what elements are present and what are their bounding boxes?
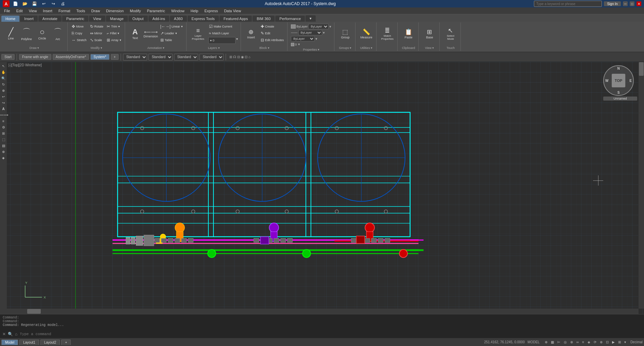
layer-selector-arrow[interactable]: ▾ [236,37,238,44]
search-input[interactable] [534,1,602,7]
lt-group[interactable]: ⬚ [1,137,6,142]
menu-view[interactable]: View [26,8,40,14]
style-select3[interactable]: Standard [174,54,198,60]
lt-snap[interactable]: ⊕ [1,149,6,154]
tool-dimension[interactable]: ⟵⟶ Dimension [143,23,158,44]
prop-expand[interactable]: ▾ [298,42,300,47]
select-cycle[interactable]: ⟳ [593,340,597,344]
menu-insert[interactable]: Insert [40,8,55,14]
tab-annotate[interactable]: Annotate [38,16,62,22]
tab-layout1[interactable]: Layout1 [19,340,39,345]
print-button[interactable]: 🖨 [59,0,67,7]
3dosnap-toggle[interactable]: ⊕ [599,340,604,344]
tool-circle[interactable]: ○ Circle [35,23,50,44]
menu-edit[interactable]: Edit [14,8,25,14]
lt-dim[interactable]: ⟵⟶ [1,112,6,118]
tool-edit-attributes[interactable]: ⊟ Edit Attributes [259,37,285,43]
redo-button[interactable]: ↪ [50,0,57,7]
tool-leader[interactable]: ↗ Leader ▾ [159,30,184,36]
menu-file[interactable]: File [1,8,13,14]
new-button[interactable]: 📄 [12,0,19,7]
lt-zoom-ext[interactable]: ⊕ [1,88,6,93]
menu-draw[interactable]: Draw [88,8,103,14]
tool-array[interactable]: ⊞ Array ▾ [105,37,123,43]
tool-match-properties[interactable]: ≣ Match Properties [380,23,395,44]
tab-model[interactable]: Model [1,340,18,345]
tab-insert[interactable]: Insert [20,16,38,22]
undo-button[interactable]: ↩ [40,0,48,7]
menu-dataview[interactable]: Data View [221,8,244,14]
lt-block[interactable]: ⊞ [1,131,6,136]
lt-hatch[interactable]: ▤ [1,143,6,148]
color-select[interactable]: ByLayer [308,24,329,29]
ortho-toggle[interactable]: ⊢ [556,340,561,344]
scrollbar-thumb-v[interactable] [639,62,644,76]
style-select1[interactable]: Standard [123,54,147,60]
lt-redo[interactable]: ↪ [1,100,6,105]
trans-toggle[interactable]: ◈ [587,340,591,344]
layer-selector[interactable]: ● 0 [208,37,236,44]
menu-dimension[interactable]: Dimension [103,8,126,14]
right-scrollbar[interactable] [639,62,644,309]
lt-orbit[interactable]: ↻ [1,82,6,87]
tool-base[interactable]: ⊞ Base [422,23,437,44]
tool-paste[interactable]: 📋 Paste [401,23,416,44]
tab-bim360[interactable]: BIM 360 [253,16,275,22]
lt-layer[interactable]: ≡ [1,118,6,124]
lineweight-expand[interactable]: ▾ [315,37,317,41]
lt-text[interactable]: A [1,106,6,111]
signin-button[interactable]: Sign In [604,1,621,6]
tab-add-layout[interactable]: + [61,340,71,345]
close-button[interactable]: ✕ [637,1,641,6]
command-input[interactable] [20,332,643,336]
linetype-select[interactable]: ByLayer [298,30,322,35]
tool-move[interactable]: ✥ Move [70,23,88,30]
tab-layout2[interactable]: Layout2 [40,340,60,345]
tool-select-mode[interactable]: ↖ Select Mode [443,23,458,44]
tab-manage[interactable]: Manage [106,16,128,22]
tool-create[interactable]: ✚ Create [259,23,285,30]
tool-layer-properties[interactable]: ≡ Layer Properties [189,23,207,44]
menu-modify[interactable]: Modify [127,8,143,14]
tab-home[interactable]: Home [1,16,19,22]
lt-prop[interactable]: ⚙ [1,124,6,130]
system-tab[interactable]: System* [90,54,109,60]
tab-output[interactable]: Output [128,16,148,22]
quickprop[interactable]: ⊞ [617,340,622,344]
tool-group[interactable]: ⬚ Group [338,23,353,44]
tab-featured[interactable]: Featured Apps [220,16,252,22]
tab-performance[interactable]: Performance [275,16,305,22]
style-select4[interactable]: Standard [199,54,224,60]
lt-zoom[interactable]: 🔍 [1,75,6,81]
tool-line[interactable]: ╱ Line [3,23,18,44]
view-cube-top[interactable]: TOP [612,74,625,87]
tab-addins[interactable]: Add-ins [149,16,169,22]
lineweight-select[interactable]: ByLayer [291,36,315,41]
tool-mirror[interactable]: ⇔ Mirror [89,30,105,36]
lt-pan[interactable]: ✋ [1,69,6,75]
tool-copy[interactable]: ⎘ Copy [70,30,88,36]
assembly-tab[interactable]: AssemblyOnFrame* [53,54,89,60]
osnap-toggle[interactable]: ⊕ [569,340,574,344]
tool-rotate[interactable]: ↻ Rotate [89,23,105,30]
maximize-button[interactable]: □ [630,1,634,6]
menu-help[interactable]: Help [188,8,201,14]
lineweight-toggle[interactable]: ≡ [581,340,585,344]
otrack-toggle[interactable]: ∞ [575,340,580,344]
tool-text[interactable]: A Text [128,23,143,44]
tool-table[interactable]: ⊞ Table [159,37,184,43]
menu-express[interactable]: Express [202,8,221,14]
tool-trim[interactable]: ✂ Trim ▾ [105,23,123,30]
linetype-expand[interactable]: ▾ [323,31,325,35]
tool-insert[interactable]: ⊕ Insert [244,23,259,44]
tab-parametric[interactable]: Parametric [62,16,88,22]
tool-stretch[interactable]: ↔ Stretch [70,37,88,43]
color-expand[interactable]: ▾ [329,24,331,29]
frame-tab[interactable]: Frame with angle [19,54,51,60]
tool-arc[interactable]: ⌒ Arc [50,23,65,44]
tool-scale[interactable]: ⤡ Scale [89,37,105,43]
tool-linear[interactable]: |←→| Linear ▾ [159,23,184,30]
lt-undo[interactable]: ↩ [1,94,6,99]
snap-toggle[interactable]: ⊕ [544,340,549,344]
start-tab[interactable]: Start [1,54,15,60]
